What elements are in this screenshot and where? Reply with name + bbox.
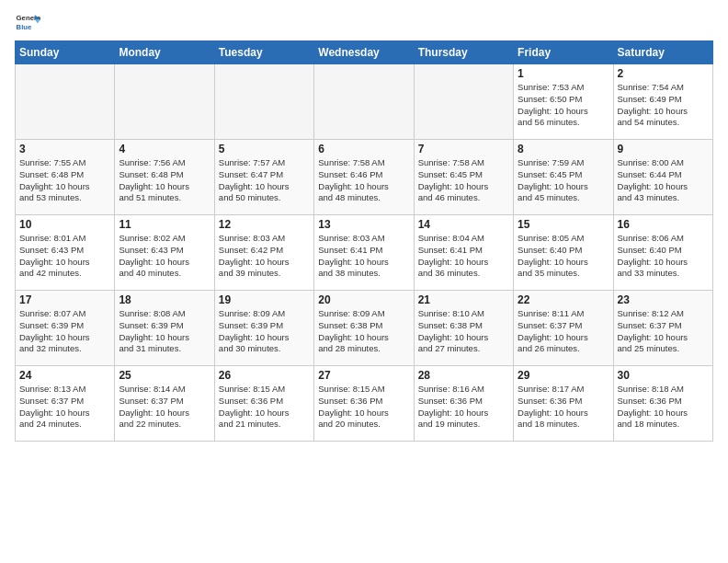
day-info: Sunrise: 8:05 AMSunset: 6:40 PMDaylight:…	[518, 233, 609, 280]
day-cell: 29Sunrise: 8:17 AMSunset: 6:36 PMDayligh…	[514, 366, 613, 442]
day-number: 28	[418, 369, 509, 382]
day-number: 16	[618, 218, 709, 231]
day-cell: 28Sunrise: 8:16 AMSunset: 6:36 PMDayligh…	[414, 366, 513, 442]
day-cell	[115, 64, 214, 140]
day-info: Sunrise: 8:09 AMSunset: 6:38 PMDaylight:…	[318, 308, 409, 355]
day-number: 24	[19, 369, 110, 382]
col-header-sunday: Sunday	[16, 41, 115, 64]
day-info: Sunrise: 8:07 AMSunset: 6:39 PMDaylight:…	[19, 308, 110, 355]
day-number: 18	[119, 293, 210, 306]
day-info: Sunrise: 8:14 AMSunset: 6:37 PMDaylight:…	[119, 384, 210, 431]
day-info: Sunrise: 8:00 AMSunset: 6:44 PMDaylight:…	[618, 157, 709, 204]
day-number: 21	[418, 293, 509, 306]
day-cell: 10Sunrise: 8:01 AMSunset: 6:43 PMDayligh…	[16, 215, 115, 291]
day-cell: 21Sunrise: 8:10 AMSunset: 6:38 PMDayligh…	[414, 291, 513, 366]
day-info: Sunrise: 7:54 AMSunset: 6:49 PMDaylight:…	[618, 82, 709, 129]
day-number: 29	[518, 369, 609, 382]
day-number: 19	[219, 293, 310, 306]
day-cell: 17Sunrise: 8:07 AMSunset: 6:39 PMDayligh…	[16, 291, 115, 366]
day-number: 12	[219, 218, 310, 231]
day-number: 15	[518, 218, 609, 231]
day-cell	[314, 64, 414, 140]
day-info: Sunrise: 7:56 AMSunset: 6:48 PMDaylight:…	[119, 157, 210, 204]
week-row-2: 3Sunrise: 7:55 AMSunset: 6:48 PMDaylight…	[16, 140, 713, 215]
col-header-monday: Monday	[115, 41, 214, 64]
day-cell: 27Sunrise: 8:15 AMSunset: 6:36 PMDayligh…	[314, 366, 414, 442]
day-number: 1	[518, 67, 609, 80]
day-info: Sunrise: 7:57 AMSunset: 6:47 PMDaylight:…	[219, 157, 310, 204]
day-info: Sunrise: 8:17 AMSunset: 6:36 PMDaylight:…	[518, 384, 609, 431]
day-number: 20	[318, 293, 409, 306]
day-cell: 1Sunrise: 7:53 AMSunset: 6:50 PMDaylight…	[514, 64, 613, 140]
day-info: Sunrise: 8:12 AMSunset: 6:37 PMDaylight:…	[618, 308, 709, 355]
col-header-thursday: Thursday	[414, 41, 513, 64]
day-info: Sunrise: 8:09 AMSunset: 6:39 PMDaylight:…	[219, 308, 310, 355]
day-info: Sunrise: 8:04 AMSunset: 6:41 PMDaylight:…	[418, 233, 509, 280]
day-number: 17	[19, 293, 110, 306]
day-number: 23	[618, 293, 709, 306]
day-cell: 4Sunrise: 7:56 AMSunset: 6:48 PMDaylight…	[115, 140, 214, 215]
svg-text:Blue: Blue	[17, 23, 33, 31]
day-number: 9	[618, 143, 709, 155]
day-info: Sunrise: 7:55 AMSunset: 6:48 PMDaylight:…	[19, 157, 110, 204]
day-cell: 11Sunrise: 8:02 AMSunset: 6:43 PMDayligh…	[115, 215, 214, 291]
day-cell: 20Sunrise: 8:09 AMSunset: 6:38 PMDayligh…	[314, 291, 414, 366]
day-cell: 26Sunrise: 8:15 AMSunset: 6:36 PMDayligh…	[214, 366, 313, 442]
day-cell: 18Sunrise: 8:08 AMSunset: 6:39 PMDayligh…	[115, 291, 214, 366]
header: General Blue	[15, 9, 713, 35]
day-number: 27	[318, 369, 409, 382]
day-cell: 2Sunrise: 7:54 AMSunset: 6:49 PMDaylight…	[613, 64, 712, 140]
day-number: 11	[119, 218, 210, 231]
day-cell: 23Sunrise: 8:12 AMSunset: 6:37 PMDayligh…	[613, 291, 712, 366]
day-cell: 25Sunrise: 8:14 AMSunset: 6:37 PMDayligh…	[115, 366, 214, 442]
week-row-1: 1Sunrise: 7:53 AMSunset: 6:50 PMDaylight…	[16, 64, 713, 140]
day-cell	[414, 64, 513, 140]
day-info: Sunrise: 8:03 AMSunset: 6:41 PMDaylight:…	[318, 233, 409, 280]
week-row-3: 10Sunrise: 8:01 AMSunset: 6:43 PMDayligh…	[16, 215, 713, 291]
day-info: Sunrise: 7:58 AMSunset: 6:46 PMDaylight:…	[318, 157, 409, 204]
day-cell: 6Sunrise: 7:58 AMSunset: 6:46 PMDaylight…	[314, 140, 414, 215]
day-cell: 19Sunrise: 8:09 AMSunset: 6:39 PMDayligh…	[214, 291, 313, 366]
day-number: 26	[219, 369, 310, 382]
day-cell: 7Sunrise: 7:58 AMSunset: 6:45 PMDaylight…	[414, 140, 513, 215]
day-info: Sunrise: 7:53 AMSunset: 6:50 PMDaylight:…	[518, 82, 609, 129]
day-number: 10	[19, 218, 110, 231]
day-number: 3	[19, 143, 110, 155]
day-info: Sunrise: 8:18 AMSunset: 6:36 PMDaylight:…	[618, 384, 709, 431]
logo-icon: General Blue	[15, 9, 40, 35]
day-number: 25	[119, 369, 210, 382]
day-number: 22	[518, 293, 609, 306]
day-info: Sunrise: 8:11 AMSunset: 6:37 PMDaylight:…	[518, 308, 609, 355]
day-cell	[214, 64, 313, 140]
day-info: Sunrise: 8:03 AMSunset: 6:42 PMDaylight:…	[219, 233, 310, 280]
day-info: Sunrise: 8:15 AMSunset: 6:36 PMDaylight:…	[219, 384, 310, 431]
day-cell: 24Sunrise: 8:13 AMSunset: 6:37 PMDayligh…	[16, 366, 115, 442]
day-info: Sunrise: 8:08 AMSunset: 6:39 PMDaylight:…	[119, 308, 210, 355]
day-info: Sunrise: 8:01 AMSunset: 6:43 PMDaylight:…	[19, 233, 110, 280]
day-cell: 15Sunrise: 8:05 AMSunset: 6:40 PMDayligh…	[514, 215, 613, 291]
day-number: 6	[318, 143, 409, 155]
day-cell: 13Sunrise: 8:03 AMSunset: 6:41 PMDayligh…	[314, 215, 414, 291]
day-info: Sunrise: 7:59 AMSunset: 6:45 PMDaylight:…	[518, 157, 609, 204]
col-header-tuesday: Tuesday	[214, 41, 313, 64]
calendar-table: SundayMondayTuesdayWednesdayThursdayFrid…	[15, 40, 713, 442]
day-info: Sunrise: 8:13 AMSunset: 6:37 PMDaylight:…	[19, 384, 110, 431]
day-number: 8	[518, 143, 609, 155]
calendar-page: General Blue SundayMondayTuesdayWednesda…	[0, 0, 728, 563]
day-cell: 30Sunrise: 8:18 AMSunset: 6:36 PMDayligh…	[613, 366, 712, 442]
day-cell: 3Sunrise: 7:55 AMSunset: 6:48 PMDaylight…	[16, 140, 115, 215]
day-number: 2	[618, 67, 709, 80]
day-cell: 16Sunrise: 8:06 AMSunset: 6:40 PMDayligh…	[613, 215, 712, 291]
day-cell: 14Sunrise: 8:04 AMSunset: 6:41 PMDayligh…	[414, 215, 513, 291]
day-number: 7	[418, 143, 509, 155]
day-number: 4	[119, 143, 210, 155]
day-info: Sunrise: 8:10 AMSunset: 6:38 PMDaylight:…	[418, 308, 509, 355]
logo: General Blue	[15, 9, 40, 35]
day-cell: 8Sunrise: 7:59 AMSunset: 6:45 PMDaylight…	[514, 140, 613, 215]
day-cell: 9Sunrise: 8:00 AMSunset: 6:44 PMDaylight…	[613, 140, 712, 215]
week-row-5: 24Sunrise: 8:13 AMSunset: 6:37 PMDayligh…	[16, 366, 713, 442]
day-info: Sunrise: 7:58 AMSunset: 6:45 PMDaylight:…	[418, 157, 509, 204]
day-info: Sunrise: 8:15 AMSunset: 6:36 PMDaylight:…	[318, 384, 409, 431]
col-header-friday: Friday	[514, 41, 613, 64]
col-header-wednesday: Wednesday	[314, 41, 414, 64]
